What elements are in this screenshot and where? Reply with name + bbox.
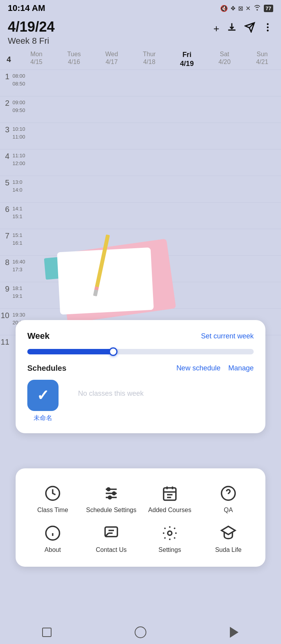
nav-label-class-time: Class Time <box>37 507 68 514</box>
slot-cells-4 <box>34 152 281 173</box>
day-wed-date: 4/17 <box>105 59 117 66</box>
day-wed[interactable]: Wed 4/17 <box>98 51 126 68</box>
nav-label-schedule-settings: Schedule Settings <box>86 507 137 514</box>
day-thur[interactable]: Thur 4/18 <box>135 51 163 68</box>
time-slot-3: 3 10:1011:00 <box>0 123 281 149</box>
schedule-item[interactable]: ✓ 未命名 <box>27 380 59 422</box>
nav-item-suda-life[interactable]: Suda Life <box>199 518 258 557</box>
schedule-check-box: ✓ <box>27 380 59 411</box>
gear-icon <box>160 523 180 543</box>
nav-item-schedule-settings[interactable]: Schedule Settings <box>82 478 140 518</box>
day-mon-date: 4/15 <box>30 59 43 66</box>
svg-point-1 <box>267 27 269 28</box>
week-slider[interactable] <box>27 349 254 354</box>
day-sun[interactable]: Sun 4/21 <box>248 51 276 68</box>
battery-indicator: 77 <box>264 5 273 12</box>
status-bar: 10:14 AM 🔇 ❖ ⊠ ✕ 77 <box>0 0 281 15</box>
day-mon-name: Mon <box>30 51 43 58</box>
nav-grid-row1: Class Time Schedule Settings <box>23 478 258 557</box>
header-actions: + <box>213 22 273 36</box>
header: 4/19/24 Week 8 Fri + <box>0 15 281 48</box>
nav-item-qa[interactable]: QA <box>199 478 258 518</box>
share-button[interactable] <box>244 22 255 36</box>
week-number: 4 <box>0 55 18 64</box>
nav-bar-recent[interactable] <box>40 625 54 639</box>
slot-cells-2 <box>34 99 281 120</box>
nav-label-contact-us: Contact Us <box>96 546 126 553</box>
nav-item-class-time[interactable]: Class Time <box>23 478 82 518</box>
slot-num-5: 5 <box>0 178 11 187</box>
slot-num-3: 3 <box>0 125 11 134</box>
manage-button[interactable]: Manage <box>228 364 254 372</box>
add-button[interactable]: + <box>213 23 219 35</box>
day-wed-name: Wed <box>105 51 118 58</box>
slot-cells-6 <box>34 205 281 226</box>
week-slider-fill <box>27 349 113 354</box>
nav-bar-back[interactable] <box>227 625 241 639</box>
schedules-header: Schedules New schedule Manage <box>27 364 254 373</box>
home-icon <box>135 626 146 638</box>
slot-cells-3 <box>34 125 281 147</box>
slot-cells-8 <box>34 258 281 279</box>
day-fri-date: 4/19 <box>180 60 194 68</box>
no-classes-text: No classes this week <box>78 390 144 398</box>
slot-times-3: 10:1011:00 <box>11 125 34 141</box>
clock-icon <box>43 483 63 503</box>
graduation-cap-icon <box>218 523 238 543</box>
slot-num-2: 2 <box>0 99 11 107</box>
day-sat-date: 4/20 <box>219 59 231 66</box>
slot-num-10: 10 <box>0 311 11 320</box>
slot-times-8: 16:4017:3 <box>11 258 34 273</box>
svg-point-7 <box>107 488 110 491</box>
header-week-label: Week 8 Fri <box>8 36 55 46</box>
week-slider-thumb <box>109 347 117 356</box>
time-slot-7: 7 15:116:1 <box>0 229 281 255</box>
slot-times-5: 13:014:0 <box>11 178 34 194</box>
slot-times-6: 14:115:1 <box>11 205 34 220</box>
schedule-items: ✓ 未命名 No classes this week <box>27 380 254 422</box>
slot-cells-5 <box>34 178 281 200</box>
schedule-name: 未命名 <box>34 414 52 422</box>
more-button[interactable] <box>262 22 273 36</box>
nav-item-settings[interactable]: Settings <box>140 518 199 557</box>
day-sat[interactable]: Sat 4/20 <box>210 51 238 68</box>
slot-times-1: 08:0008:50 <box>11 72 34 87</box>
nav-item-contact-us[interactable]: Contact Us <box>82 518 140 557</box>
set-current-week-button[interactable]: Set current week <box>201 332 254 340</box>
nav-item-added-courses[interactable]: Added Courses <box>140 478 199 518</box>
slot-num-1: 1 <box>0 72 11 81</box>
nav-label-qa: QA <box>224 507 233 514</box>
download-button[interactable] <box>226 22 237 36</box>
day-thur-date: 4/18 <box>143 59 155 66</box>
slot-num-7: 7 <box>0 231 11 240</box>
nav-item-about[interactable]: About <box>23 518 82 557</box>
info-circle-icon <box>43 523 63 543</box>
day-tues[interactable]: Tues 4/16 <box>60 51 88 68</box>
calendar-list-icon <box>160 483 180 503</box>
slot-times-2: 09:0009:50 <box>11 99 34 114</box>
nav-bar-home[interactable] <box>133 625 148 639</box>
day-tues-name: Tues <box>67 51 81 58</box>
new-schedule-button[interactable]: New schedule <box>176 364 221 372</box>
week-row: 4 Mon 4/15 Tues 4/16 Wed 4/17 Thur 4/18 … <box>0 48 281 69</box>
day-sun-name: Sun <box>257 51 268 58</box>
sliders-icon <box>101 483 121 503</box>
time-slot-8: 8 16:4017:3 <box>0 255 281 282</box>
time-slot-9: 9 18:119:1 <box>0 282 281 308</box>
signal-icon: ✕ <box>245 5 251 12</box>
time-slot-1: 1 08:0008:50 <box>0 69 281 96</box>
week-card-header: Week Set current week <box>27 331 254 341</box>
svg-point-24 <box>168 531 172 535</box>
slot-num-8: 8 <box>0 258 11 267</box>
header-date-main: 4/19/24 <box>8 19 55 35</box>
nav-label-about: About <box>44 546 61 553</box>
time-slot-5: 5 13:014:0 <box>0 176 281 202</box>
week-card-title: Week <box>27 331 50 341</box>
day-fri[interactable]: Fri 4/19 <box>173 51 201 68</box>
slot-num-6: 6 <box>0 205 11 213</box>
week-card: Week Set current week Schedules New sche… <box>16 320 265 433</box>
day-mon[interactable]: Mon 4/15 <box>22 51 50 68</box>
header-date: 4/19/24 Week 8 Fri <box>8 19 55 46</box>
slot-num-11: 11 <box>0 338 11 346</box>
svg-point-9 <box>108 496 111 499</box>
